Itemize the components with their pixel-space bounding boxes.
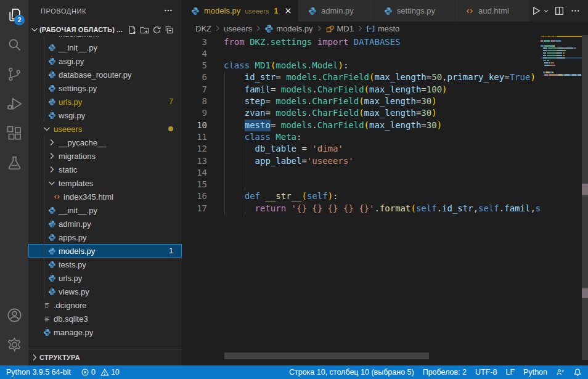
minimap-line <box>541 50 582 51</box>
indent-guide <box>245 167 245 179</box>
close-icon[interactable] <box>283 6 293 16</box>
debug-icon <box>6 96 23 112</box>
tree-item-asgi.py[interactable]: asgi.py <box>28 54 182 68</box>
minimap-line <box>541 74 582 75</box>
play-icon[interactable] <box>529 4 543 18</box>
vertical-scrollbar-slider[interactable] <box>582 35 588 360</box>
ellipsis-icon[interactable] <box>569 4 582 18</box>
line-number: 13 <box>182 155 207 167</box>
breadcrumb-models.py[interactable]: models.py <box>264 24 312 33</box>
code-line-17: 17 return '{} {} {} {} {}'.format(self.i… <box>182 203 541 215</box>
tree-item-label: db.sqlite3 <box>54 314 182 324</box>
tree-item-wsgi.py[interactable]: wsgi.py <box>28 108 182 122</box>
chevron-down-icon <box>30 25 39 35</box>
activitybar-source-control[interactable] <box>0 59 28 89</box>
tree-item-models.py[interactable]: models.py1 <box>28 244 182 258</box>
tree-item-views.py[interactable]: views.py <box>28 285 182 298</box>
tree-item-label: tests.py <box>59 260 182 269</box>
breadcrumb-DKZ[interactable]: DKZ <box>195 24 211 33</box>
statusbar-left: Python 3.9.5 64-bit010 <box>6 368 120 377</box>
tree-item-__init__.py[interactable]: __init__.py <box>28 41 182 54</box>
extensions-icon <box>6 125 23 142</box>
list-file-icon <box>42 314 52 324</box>
tree-item-urls.py[interactable]: urls.py <box>28 271 182 285</box>
refresh-icon[interactable] <box>150 23 163 36</box>
split-icon[interactable] <box>553 4 566 18</box>
tree-item-apps.py[interactable]: apps.py <box>28 230 182 244</box>
tab-label: models.py <box>204 6 240 15</box>
account-icon <box>6 307 23 324</box>
activitybar-extensions[interactable] <box>0 118 28 148</box>
views-more-actions-icon[interactable] <box>163 6 173 17</box>
minimap[interactable] <box>541 35 582 365</box>
tree-item-urls.py[interactable]: urls.py7 <box>28 95 182 108</box>
statusbar-language-mode[interactable]: Python <box>523 368 547 377</box>
tree-folder-templates[interactable]: templates <box>28 176 182 190</box>
tree-folder-__pycache__[interactable]: __pycache__ <box>28 136 182 149</box>
activitybar-run-debug[interactable] <box>0 89 28 118</box>
tree-item-db.sqlite3[interactable]: db.sqlite3 <box>28 312 182 325</box>
breadcrumb-separator-icon <box>213 24 222 33</box>
activitybar-search[interactable] <box>0 30 28 59</box>
statusbar-problems[interactable]: 010 <box>81 368 120 377</box>
tree-item-.dcignore[interactable]: .dcignore <box>28 298 182 312</box>
list-file-icon <box>42 300 52 310</box>
tab-settings.py[interactable]: settings.py <box>374 0 455 22</box>
tree-item-tests.py[interactable]: tests.py <box>28 258 182 271</box>
horizontal-scrollbar-slider[interactable] <box>224 353 429 359</box>
statusbar-python-interpreter[interactable]: Python 3.9.5 64-bit <box>6 368 71 377</box>
tab-admin.py[interactable]: admin.py <box>298 0 374 22</box>
breadcrumb-useeers[interactable]: useeers <box>224 24 252 33</box>
breadcrumb-MD1[interactable]: MD1 <box>325 24 354 33</box>
tree-item-__init__.py[interactable]: __init__.py <box>28 203 182 217</box>
statusbar-indentation[interactable]: Пробелов: 2 <box>423 368 467 377</box>
editor-actions <box>529 0 588 22</box>
vertical-scrollbar[interactable] <box>582 35 588 365</box>
statusbar-cursor-position[interactable]: Строка 10, столбец 10 (выбрано 5) <box>289 368 414 377</box>
tree-folder-useeers[interactable]: useeers <box>28 122 182 136</box>
new-file-icon[interactable] <box>126 23 138 36</box>
statusbar-encoding[interactable]: UTF-8 <box>475 368 497 377</box>
code-editor[interactable]: 3from DKZ.settings import DATABASES45cla… <box>182 35 541 365</box>
tree-item-manage.py[interactable]: manage.py <box>28 325 182 339</box>
tree-item-label: views.py <box>59 287 182 296</box>
tree-item-label: __init__.py <box>59 206 182 215</box>
tree-folder-static[interactable]: static <box>28 163 182 176</box>
warning-count: 10 <box>111 368 120 377</box>
tab-aud.html[interactable]: aud.html <box>455 0 529 22</box>
tab-models.py[interactable]: models.pyuseeers1 <box>182 0 298 22</box>
horizontal-scrollbar[interactable] <box>224 353 582 359</box>
tree-item-admin.py[interactable]: admin.py <box>28 217 182 230</box>
statusbar-feedback[interactable] <box>556 368 565 377</box>
statusbar-eol[interactable]: LF <box>505 368 515 377</box>
code-line-16: 16 def __str__(self): <box>182 190 541 203</box>
activitybar-testing[interactable] <box>0 148 28 177</box>
minimap-line <box>541 62 582 63</box>
minimap-line <box>541 38 582 39</box>
workspace-section-header[interactable]: (РАБОЧАЯ ОБЛАСТЬ) ... <box>28 23 182 36</box>
outline-section-header[interactable]: СТРУКТУРА <box>28 349 182 365</box>
tree-item-index345.html[interactable]: index345.html <box>28 190 182 203</box>
line-number: 7 <box>182 84 207 96</box>
problems-badge: 7 <box>169 97 173 106</box>
tree-folder-migrations[interactable]: migrations <box>28 149 182 163</box>
tree-item-settings.py[interactable]: settings.py <box>28 81 182 95</box>
breadcrumb-label: useeers <box>224 24 252 33</box>
tree-item-label: urls.py <box>59 97 169 107</box>
line-number: 14 <box>182 167 207 179</box>
activitybar-account[interactable] <box>0 300 28 330</box>
breadcrumb-mesto[interactable]: mesto <box>366 24 399 33</box>
new-folder-icon[interactable] <box>138 23 150 36</box>
minimap-line <box>541 70 582 71</box>
line-number: 11 <box>182 131 207 143</box>
collapse-all-icon[interactable] <box>163 23 175 36</box>
activitybar-explorer[interactable]: 2 <box>0 0 28 30</box>
tree-item-label: urls.py <box>59 274 182 283</box>
chevron-down-icon <box>42 124 52 134</box>
tree-item-database_roouter.py[interactable]: database_roouter.py <box>28 68 182 81</box>
chevron-down-small-icon[interactable] <box>542 4 550 18</box>
error-icon <box>81 368 91 377</box>
statusbar-notifications[interactable] <box>573 368 582 377</box>
activitybar-settings[interactable] <box>0 330 28 359</box>
minimap-line <box>541 65 582 66</box>
